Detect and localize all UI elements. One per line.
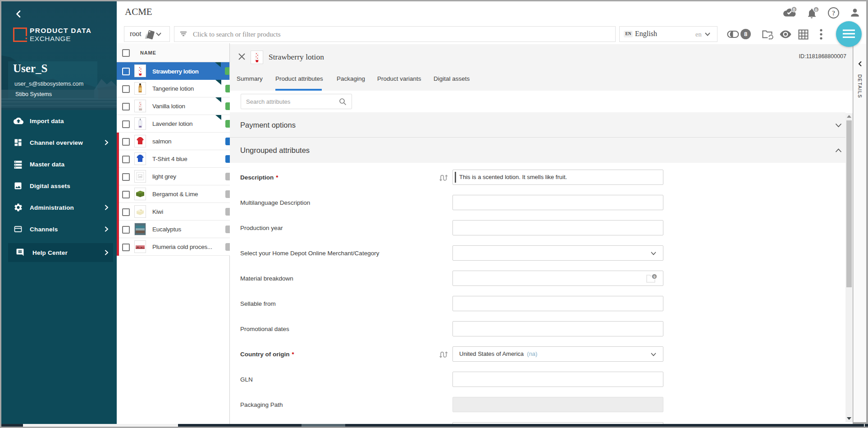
svg-text:0: 0 <box>793 7 795 12</box>
svg-text:?: ? <box>832 9 835 17</box>
svg-text:0: 0 <box>815 7 817 12</box>
svg-text:0: 0 <box>653 275 655 279</box>
